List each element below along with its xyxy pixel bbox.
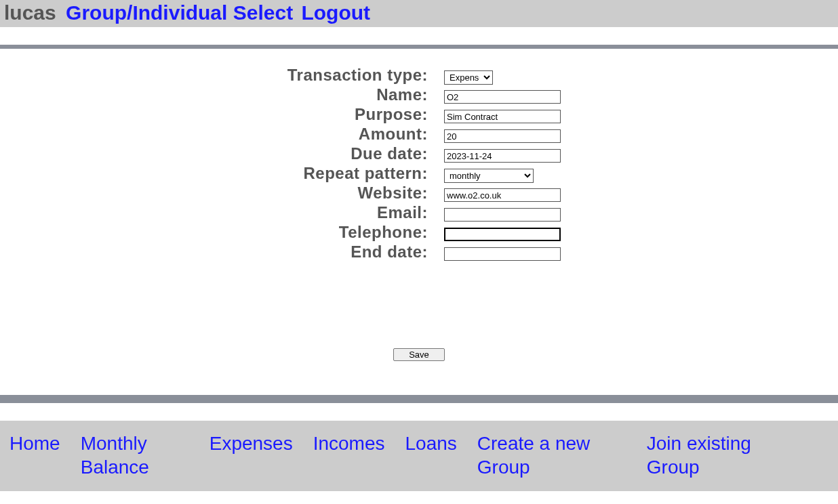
- nav-loans[interactable]: Loans: [405, 432, 457, 479]
- email-input[interactable]: [444, 208, 561, 222]
- purpose-input[interactable]: [444, 110, 561, 123]
- name-label: Name:: [0, 85, 444, 104]
- repeat-pattern-label: Repeat pattern:: [0, 164, 444, 183]
- nav-home[interactable]: Home: [9, 432, 60, 479]
- logout-link[interactable]: Logout: [301, 1, 370, 24]
- name-input[interactable]: [444, 90, 561, 104]
- due-date-label: Due date:: [0, 144, 444, 163]
- website-label: Website:: [0, 184, 444, 203]
- top-header-bar: lucas Group/Individual Select Logout: [0, 0, 838, 27]
- divider-bottom: [0, 395, 838, 403]
- transaction-type-label: Transaction type:: [0, 66, 444, 85]
- footer-nav: Home Monthly Balance Expenses Incomes Lo…: [0, 421, 838, 491]
- nav-monthly-balance[interactable]: Monthly Balance: [81, 432, 189, 479]
- save-button[interactable]: Save: [393, 348, 445, 361]
- repeat-pattern-select[interactable]: monthly: [444, 169, 534, 183]
- telephone-label: Telephone:: [0, 223, 444, 242]
- nav-expenses[interactable]: Expenses: [210, 432, 293, 479]
- due-date-input[interactable]: [444, 149, 561, 163]
- purpose-label: Purpose:: [0, 105, 444, 124]
- username-label: lucas: [4, 1, 56, 24]
- nav-incomes[interactable]: Incomes: [313, 432, 385, 479]
- email-label: Email:: [0, 203, 444, 222]
- group-select-link[interactable]: Group/Individual Select: [66, 1, 293, 24]
- telephone-input[interactable]: [444, 228, 561, 241]
- end-date-input[interactable]: [444, 247, 561, 261]
- nav-create-group[interactable]: Create a new Group: [477, 432, 626, 479]
- amount-label: Amount:: [0, 125, 444, 144]
- transaction-type-select[interactable]: Expense: [444, 70, 493, 85]
- website-input[interactable]: [444, 188, 561, 202]
- end-date-label: End date:: [0, 243, 444, 261]
- amount-input[interactable]: [444, 129, 561, 143]
- transaction-form: Transaction type: Expense Name: Purpose:…: [0, 49, 838, 395]
- nav-join-group[interactable]: Join existing Group: [647, 432, 796, 479]
